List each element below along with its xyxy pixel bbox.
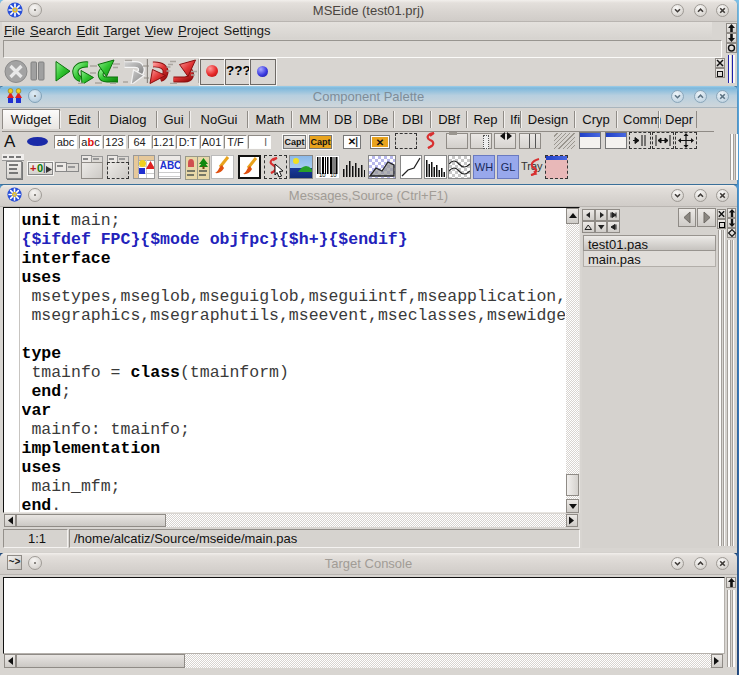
svg-text:10: 10 bbox=[330, 172, 337, 178]
svg-text:10: 10 bbox=[319, 172, 326, 178]
